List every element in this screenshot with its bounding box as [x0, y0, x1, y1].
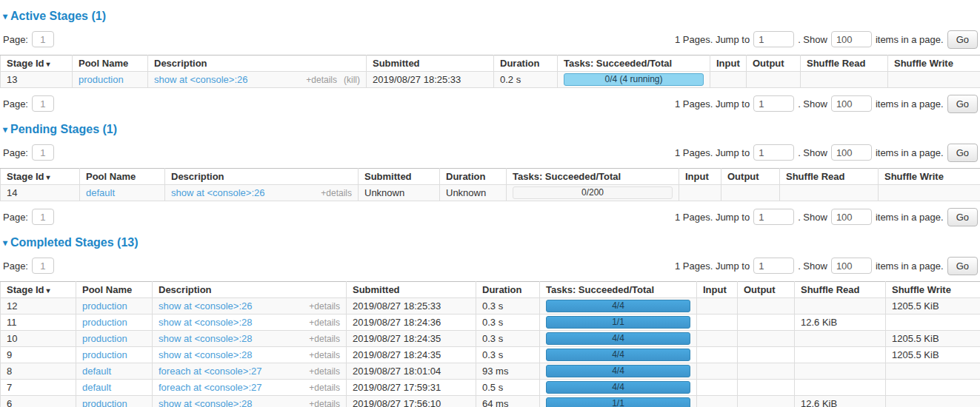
pool-name-link[interactable]: default — [82, 382, 111, 393]
column-header-input[interactable]: Input — [679, 169, 721, 185]
section-title: Completed Stages (13) — [10, 236, 138, 249]
completed-stages-section: ▾Completed Stages (13) Page: 1 Pages. Ju… — [0, 236, 980, 407]
column-header-shuffle-read[interactable]: Shuffle Read — [780, 169, 879, 185]
input-cell — [697, 331, 738, 347]
column-header-shuffle-read[interactable]: Shuffle Read — [795, 282, 886, 298]
jump-to-input[interactable] — [753, 209, 794, 225]
details-link[interactable]: +details — [309, 383, 340, 393]
shuffle-read-cell — [795, 347, 886, 363]
jump-to-input[interactable] — [753, 31, 794, 47]
pool-name-link[interactable]: production — [82, 398, 127, 407]
description-wrap: foreach at <console>:27+details — [159, 366, 340, 377]
go-button[interactable]: Go — [947, 208, 978, 226]
kill-link[interactable]: (kill) — [344, 75, 360, 85]
description-link[interactable]: show at <console>:26 — [171, 187, 264, 198]
task-progress-bar: 4/4 — [546, 365, 690, 377]
show-count-input[interactable] — [831, 258, 872, 274]
go-button[interactable]: Go — [947, 30, 978, 49]
description-link[interactable]: foreach at <console>:27 — [159, 382, 262, 393]
column-header-tasks-succeeded-total[interactable]: Tasks: Succeeded/Total — [540, 282, 697, 298]
pool-name-link[interactable]: default — [86, 187, 115, 198]
submitted-cell: 2019/08/27 17:56:10 — [347, 396, 476, 407]
completed-stages-table: Stage Id▾Pool NameDescriptionSubmittedDu… — [0, 281, 980, 407]
column-header-stage-id[interactable]: Stage Id▾ — [1, 169, 80, 185]
stage-id-cell: 7 — [1, 380, 76, 396]
page-number-input[interactable] — [32, 144, 54, 161]
column-header-output[interactable]: Output — [721, 169, 780, 185]
description-link[interactable]: show at <console>:28 — [159, 398, 252, 407]
pool-name-link[interactable]: default — [82, 366, 111, 377]
details-link[interactable]: +details — [309, 301, 340, 312]
output-cell — [738, 396, 795, 407]
details-link[interactable]: +details — [309, 350, 340, 360]
show-count-input[interactable] — [831, 95, 872, 112]
column-header-description[interactable]: Description — [153, 282, 347, 298]
page-number-input[interactable] — [32, 31, 54, 47]
description-link[interactable]: show at <console>:26 — [154, 74, 247, 85]
pool-name-link[interactable]: production — [82, 317, 127, 328]
tasks-cell: 1/1 — [540, 314, 697, 331]
page-number-input[interactable] — [32, 258, 54, 274]
page-number-input[interactable] — [32, 209, 54, 225]
column-header-shuffle-write[interactable]: Shuffle Write — [879, 169, 980, 185]
column-header-description[interactable]: Description — [148, 56, 367, 72]
column-header-description[interactable]: Description — [165, 169, 359, 185]
column-header-duration[interactable]: Duration — [476, 282, 540, 298]
jump-to-input[interactable] — [753, 258, 794, 274]
jump-to-input[interactable] — [753, 144, 794, 161]
column-header-output[interactable]: Output — [747, 56, 801, 72]
section-heading-completed[interactable]: ▾Completed Stages (13) — [3, 236, 977, 250]
column-header-tasks-succeeded-total[interactable]: Tasks: Succeeded/Total — [507, 169, 679, 185]
jump-to-input[interactable] — [753, 95, 794, 112]
page-number-input[interactable] — [32, 95, 54, 112]
column-header-submitted[interactable]: Submitted — [347, 282, 476, 298]
details-link[interactable]: +details — [309, 317, 340, 328]
section-heading-pending[interactable]: ▾Pending Stages (1) — [3, 123, 977, 137]
column-header-stage-id[interactable]: Stage Id▾ — [1, 282, 76, 298]
description-wrap: show at <console>:26+details(kill) — [154, 74, 360, 85]
go-button[interactable]: Go — [947, 144, 978, 162]
column-header-input[interactable]: Input — [697, 282, 738, 298]
column-header-pool-name[interactable]: Pool Name — [73, 56, 148, 72]
details-link[interactable]: +details — [321, 188, 352, 198]
submitted-cell: 2019/08/27 18:01:04 — [347, 363, 476, 380]
section-heading-active[interactable]: ▾Active Stages (1) — [3, 10, 977, 24]
column-header-output[interactable]: Output — [738, 282, 795, 298]
details-link[interactable]: +details — [306, 75, 337, 85]
go-button[interactable]: Go — [947, 257, 978, 275]
column-header-stage-id[interactable]: Stage Id▾ — [1, 56, 73, 72]
description-link[interactable]: show at <console>:28 — [159, 349, 252, 360]
column-header-tasks-succeeded-total[interactable]: Tasks: Succeeded/Total — [558, 56, 710, 72]
column-header-submitted[interactable]: Submitted — [359, 169, 440, 185]
column-header-pool-name[interactable]: Pool Name — [76, 282, 153, 298]
pool-name-link[interactable]: production — [82, 349, 127, 360]
description-actions: +details — [314, 187, 352, 198]
description-cell: show at <console>:28+details — [153, 347, 347, 363]
column-header-duration[interactable]: Duration — [440, 169, 507, 185]
show-count-input[interactable] — [831, 144, 872, 161]
show-count-input[interactable] — [831, 209, 872, 225]
column-header-shuffle-write[interactable]: Shuffle Write — [886, 282, 980, 298]
details-link[interactable]: +details — [309, 399, 340, 407]
column-header-submitted[interactable]: Submitted — [367, 56, 494, 72]
column-header-input[interactable]: Input — [710, 56, 747, 72]
description-wrap: show at <console>:28+details — [159, 317, 340, 328]
items-label: items in a page. — [876, 260, 944, 272]
column-header-pool-name[interactable]: Pool Name — [80, 169, 165, 185]
details-link[interactable]: +details — [309, 334, 340, 344]
submitted-cell: 2019/08/27 18:24:35 — [347, 331, 476, 347]
description-link[interactable]: show at <console>:28 — [159, 317, 252, 328]
pool-name-link[interactable]: production — [79, 74, 124, 85]
go-button[interactable]: Go — [947, 95, 978, 113]
description-link[interactable]: show at <console>:26 — [159, 300, 252, 312]
details-link[interactable]: +details — [309, 366, 340, 377]
column-label: Submitted — [364, 171, 412, 182]
column-header-shuffle-write[interactable]: Shuffle Write — [888, 56, 980, 72]
column-header-duration[interactable]: Duration — [494, 56, 558, 72]
description-link[interactable]: show at <console>:28 — [159, 333, 252, 344]
pool-name-link[interactable]: production — [82, 333, 127, 344]
column-header-shuffle-read[interactable]: Shuffle Read — [801, 56, 888, 72]
pool-name-link[interactable]: production — [82, 300, 127, 312]
description-link[interactable]: foreach at <console>:27 — [159, 366, 262, 377]
show-count-input[interactable] — [831, 31, 872, 47]
